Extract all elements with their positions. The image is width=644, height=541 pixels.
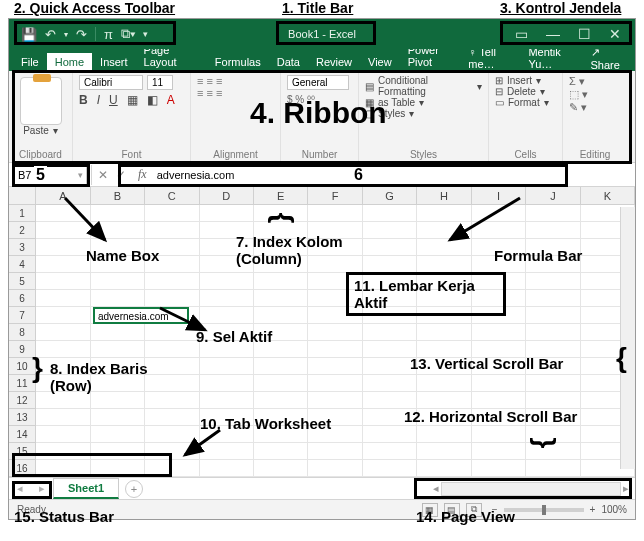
row-header[interactable]: 14: [9, 426, 36, 443]
vertical-scrollbar[interactable]: [620, 207, 635, 469]
cell[interactable]: [363, 392, 417, 409]
cell[interactable]: [472, 460, 526, 477]
zoom-slider[interactable]: [504, 508, 584, 512]
tab-formulas[interactable]: Formulas: [207, 53, 269, 71]
cell[interactable]: [363, 443, 417, 460]
cell[interactable]: [145, 290, 199, 307]
cell[interactable]: [200, 290, 254, 307]
cell[interactable]: [363, 375, 417, 392]
cell[interactable]: [36, 426, 90, 443]
cell[interactable]: [91, 307, 145, 324]
cell[interactable]: [363, 426, 417, 443]
cell[interactable]: [91, 273, 145, 290]
row-header[interactable]: 5: [9, 273, 36, 290]
col-header[interactable]: H: [417, 187, 471, 204]
row-header[interactable]: 4: [9, 256, 36, 273]
cell[interactable]: [308, 324, 362, 341]
col-header[interactable]: I: [472, 187, 526, 204]
cell[interactable]: [254, 392, 308, 409]
cell[interactable]: [91, 409, 145, 426]
tab-review[interactable]: Review: [308, 53, 360, 71]
cell[interactable]: [417, 239, 471, 256]
row-header[interactable]: 3: [9, 239, 36, 256]
cell[interactable]: [526, 273, 580, 290]
cell[interactable]: [36, 392, 90, 409]
cell[interactable]: [254, 460, 308, 477]
col-header[interactable]: A: [36, 187, 90, 204]
cell[interactable]: [254, 443, 308, 460]
add-sheet-button[interactable]: +: [125, 480, 143, 498]
cell[interactable]: [36, 239, 90, 256]
col-header[interactable]: G: [363, 187, 417, 204]
cell[interactable]: [417, 256, 471, 273]
cell[interactable]: [363, 460, 417, 477]
cancel-formula-icon[interactable]: ✕: [98, 168, 108, 182]
cell[interactable]: [200, 205, 254, 222]
cell[interactable]: [526, 324, 580, 341]
cell[interactable]: [91, 205, 145, 222]
row-header[interactable]: 7: [9, 307, 36, 324]
col-header[interactable]: C: [145, 187, 199, 204]
zoom-in-button[interactable]: +: [590, 504, 596, 515]
cell[interactable]: [200, 375, 254, 392]
cell[interactable]: [308, 341, 362, 358]
cell[interactable]: [254, 273, 308, 290]
cell[interactable]: [200, 460, 254, 477]
cell[interactable]: [363, 256, 417, 273]
cell[interactable]: [36, 273, 90, 290]
row-header[interactable]: 6: [9, 290, 36, 307]
tab-file[interactable]: File: [13, 53, 47, 71]
cell[interactable]: [145, 307, 199, 324]
tab-insert[interactable]: Insert: [92, 53, 136, 71]
cell[interactable]: [308, 460, 362, 477]
cell[interactable]: [200, 392, 254, 409]
tell-me[interactable]: ♀ Tell me…: [468, 46, 518, 71]
cell[interactable]: [36, 256, 90, 273]
cell[interactable]: [145, 273, 199, 290]
cell[interactable]: [145, 392, 199, 409]
col-header[interactable]: B: [91, 187, 145, 204]
cell[interactable]: [526, 375, 580, 392]
cell[interactable]: [308, 392, 362, 409]
cell[interactable]: [417, 460, 471, 477]
cell[interactable]: [145, 222, 199, 239]
cell[interactable]: [200, 273, 254, 290]
row-header[interactable]: 2: [9, 222, 36, 239]
cell[interactable]: [36, 409, 90, 426]
cell[interactable]: [363, 239, 417, 256]
row-header[interactable]: 8: [9, 324, 36, 341]
cell[interactable]: [526, 222, 580, 239]
cell[interactable]: [254, 290, 308, 307]
cell[interactable]: [91, 392, 145, 409]
cell[interactable]: [308, 375, 362, 392]
cell[interactable]: [417, 324, 471, 341]
cell[interactable]: [526, 392, 580, 409]
worksheet-grid[interactable]: A B C D E F G H I J K 123456789101112131…: [9, 187, 635, 477]
cell[interactable]: [91, 426, 145, 443]
sheet-tab[interactable]: Sheet1: [53, 478, 119, 499]
cell[interactable]: [145, 409, 199, 426]
cell[interactable]: [363, 222, 417, 239]
cell[interactable]: [472, 324, 526, 341]
cell[interactable]: [36, 324, 90, 341]
cell[interactable]: [36, 341, 90, 358]
cell[interactable]: [472, 375, 526, 392]
cell[interactable]: [363, 324, 417, 341]
row-header[interactable]: 1: [9, 205, 36, 222]
cell[interactable]: [472, 222, 526, 239]
cell[interactable]: [200, 443, 254, 460]
cell[interactable]: [91, 290, 145, 307]
row-header[interactable]: 12: [9, 392, 36, 409]
cell[interactable]: [145, 324, 199, 341]
zoom-level[interactable]: 100%: [601, 504, 627, 515]
row-header[interactable]: 13: [9, 409, 36, 426]
cell[interactable]: [472, 392, 526, 409]
cell[interactable]: [91, 324, 145, 341]
cell[interactable]: [526, 205, 580, 222]
cell[interactable]: [417, 205, 471, 222]
cell[interactable]: [145, 341, 199, 358]
col-header[interactable]: K: [581, 187, 635, 204]
cell[interactable]: [36, 307, 90, 324]
share-button[interactable]: ↗ Share: [591, 46, 628, 71]
cell[interactable]: [417, 392, 471, 409]
